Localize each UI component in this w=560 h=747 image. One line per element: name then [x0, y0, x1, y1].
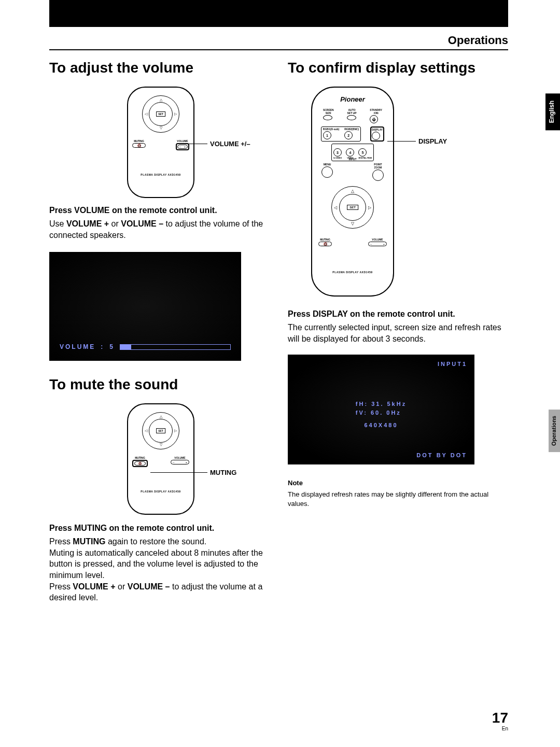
remote-model: PLASMA DISPLAY AXD1459: [128, 173, 193, 176]
sub-press-volume: Press VOLUME on the remote control unit.: [49, 206, 272, 215]
input-1-button: 1: [323, 131, 331, 139]
note-text: The displayed refresh rates may be sligh…: [288, 490, 511, 508]
set-button: SET: [156, 428, 165, 433]
top-bar: [49, 0, 508, 27]
osd-dotbydot: DOT BY DOT: [416, 452, 467, 458]
point-zoom-button: [372, 170, 384, 181]
remote-model: PLASMA DISPLAY AXD1459: [312, 271, 393, 274]
standby-button: ⏻: [370, 115, 378, 123]
volume-button: –+: [171, 460, 189, 464]
volume-button: –+: [368, 242, 387, 246]
display-button: [372, 132, 380, 140]
remote-brand: Pioneer: [312, 95, 393, 103]
screen-size-button: [323, 115, 332, 120]
remote-model: PLASMA DISPLAY AXD1459: [128, 490, 193, 493]
osd-volume-value: 5: [109, 343, 115, 350]
p-mute-auto-cancel: Muting is automatically canceled about 8…: [49, 547, 272, 581]
p-mute-volume-restore: Press VOLUME + or VOLUME – to adjust the…: [49, 581, 272, 603]
osd-volume-bar: [120, 344, 231, 350]
input-3-button: 3: [333, 148, 342, 157]
volume-button-highlight: –+: [176, 143, 189, 150]
remote-illustration-volume: △▽ ◁▷ SET MUTING 🔇 VOLUME –+ PLASMA DISP…: [127, 87, 194, 198]
page-language: En: [502, 726, 508, 731]
osd-volume: VOLUME : 5: [49, 252, 241, 361]
input-2-button: 2: [344, 131, 353, 139]
osd-fh: fH: 31. 5kHz: [356, 400, 407, 408]
input-4-button: 4: [346, 148, 354, 157]
muting-label: MUTING: [132, 456, 148, 459]
sub-press-display: Press DISPLAY on the remote control unit…: [288, 309, 511, 319]
input-5-button: 5: [358, 148, 367, 157]
sub-press-muting: Press MUTING on the remote control unit.: [49, 524, 272, 533]
side-tab-language: English: [545, 93, 560, 130]
callout-muting: MUTING: [210, 469, 236, 476]
volume-label: VOLUME: [176, 139, 189, 143]
heading-adjust-volume: To adjust the volume: [49, 60, 272, 76]
remote-illustration-muting: △▽ ◁▷ SET MUTING 🔇 VOLUME –+ PLASMA DISP…: [127, 403, 194, 515]
nav-ring: △▽ ◁▷ SET: [331, 186, 374, 229]
menu-button: [321, 166, 333, 178]
nav-ring: △▽ ◁▷ SET: [142, 95, 179, 133]
callout-display: DISPLAY: [418, 137, 447, 145]
osd-input-label: INPUT1: [438, 361, 467, 367]
callout-volume: VOLUME +/–: [210, 140, 250, 148]
p-display-instructions: The currently selected input, screen siz…: [288, 322, 511, 344]
osd-volume-label: VOLUME: [60, 343, 95, 350]
side-tab-section: Operations: [549, 410, 560, 452]
set-button: SET: [156, 111, 165, 117]
muting-label: MUTING: [318, 238, 332, 241]
nav-ring: △▽ ◁▷ SET: [142, 412, 179, 449]
note-heading: Note: [288, 479, 511, 487]
p-mute-restore: Press MUTING again to restore the sound.: [49, 536, 272, 547]
osd-fv: fV: 60. 0Hz: [356, 408, 407, 417]
osd-resolution: 640X480: [364, 422, 398, 428]
heading-mute-sound: To mute the sound: [49, 376, 272, 393]
volume-label: VOLUME: [171, 456, 189, 459]
auto-setup-button: [347, 115, 356, 120]
heading-confirm-display: To confirm display settings: [288, 60, 511, 76]
p-volume-instructions: Use VOLUME + or VOLUME – to adjust the v…: [49, 218, 272, 241]
osd-display-settings: INPUT1 fH: 31. 5kHz fV: 60. 0Hz 640X480 …: [288, 355, 474, 464]
page-number: 17: [492, 710, 508, 726]
muting-button-highlight: 🔇: [132, 460, 148, 467]
osd-volume-sep: :: [101, 343, 104, 350]
muting-label: MUTING: [132, 139, 146, 143]
remote-illustration-display: Pioneer SCREEN SIZE AUTO SET UP STANDBY …: [311, 87, 394, 297]
section-header: Operations: [49, 34, 508, 50]
muting-button-icon: 🔇: [132, 143, 146, 148]
muting-button: 🔇: [318, 242, 332, 246]
set-button: SET: [347, 205, 358, 210]
volume-label: VOLUME: [368, 238, 387, 241]
